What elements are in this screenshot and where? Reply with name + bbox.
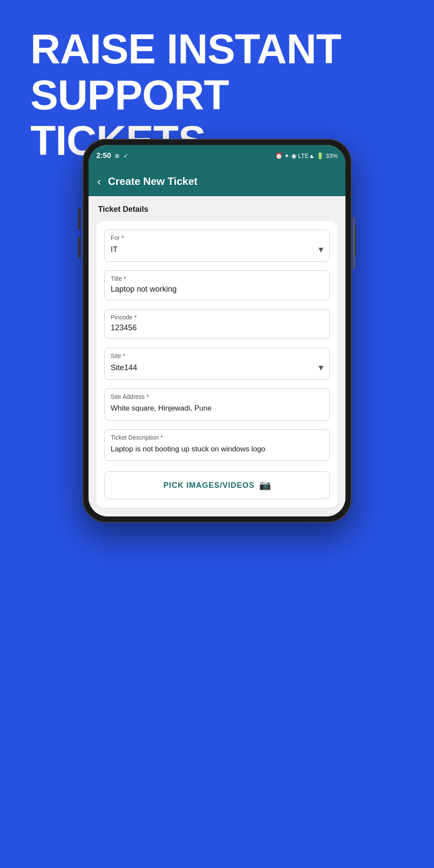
pick-media-label: PICK IMAGES/VIDEOS [163, 481, 254, 490]
phone-outer: 2:50 ⊕ ✓ ⏰ ✦ ◉ LTE▲ 🔋 33% ‹ Create New T… [82, 139, 352, 523]
camera-icon: 📷 [259, 480, 271, 491]
pincode-label: Pincode * [111, 314, 323, 321]
pincode-value: 123456 [111, 323, 137, 332]
site-field[interactable]: Site * Site144 ▾ [104, 348, 330, 380]
volume-down-button [78, 237, 81, 258]
site-address-value: White square, Hinjewadi, Pune [111, 404, 211, 412]
description-field[interactable]: Ticket Description * Laptop is not booti… [104, 429, 330, 461]
hero-title-line1: RAISE INSTANT [30, 26, 341, 72]
location-icon: ⊕ [115, 152, 120, 159]
app-bar: ‹ Create New Ticket [89, 167, 345, 196]
section-header: Ticket Details [96, 205, 338, 214]
volume-up-button [78, 208, 81, 230]
form-card: For * IT ▾ Title * Laptop not working Pi… [96, 221, 338, 508]
site-address-field[interactable]: Site Address * White square, Hinjewadi, … [104, 388, 330, 421]
for-label: For * [111, 234, 323, 241]
for-field[interactable]: For * IT ▾ [104, 230, 330, 262]
status-icons-right: ⏰ ✦ ◉ LTE▲ 🔋 33% [275, 152, 338, 159]
pincode-field[interactable]: Pincode * 123456 [104, 309, 330, 339]
for-value: IT [111, 245, 118, 254]
scrollbar[interactable] [353, 217, 355, 269]
site-label: Site * [111, 352, 323, 359]
back-button[interactable]: ‹ [97, 175, 101, 188]
description-label: Ticket Description * [111, 434, 323, 441]
description-value: Laptop is not booting up stuck on window… [111, 445, 265, 453]
content-area: Ticket Details For * IT ▾ Title * Laptop… [89, 196, 345, 516]
phone-screen: 2:50 ⊕ ✓ ⏰ ✦ ◉ LTE▲ 🔋 33% ‹ Create New T… [89, 145, 345, 516]
site-value: Site144 [111, 363, 137, 372]
for-dropdown[interactable]: IT ▾ [111, 244, 323, 255]
app-bar-title: Create New Ticket [108, 175, 197, 187]
chevron-down-icon-site: ▾ [319, 362, 323, 373]
status-left: 2:50 ⊕ ✓ [96, 151, 128, 160]
site-dropdown[interactable]: Site144 ▾ [111, 362, 323, 373]
title-field[interactable]: Title * Laptop not working [104, 270, 330, 300]
status-time: 2:50 [96, 151, 111, 160]
check-icon: ✓ [123, 152, 128, 159]
status-right: ⏰ ✦ ◉ LTE▲ 🔋 33% [275, 152, 338, 159]
pick-media-button[interactable]: PICK IMAGES/VIDEOS 📷 [104, 471, 330, 499]
phone-mockup: 2:50 ⊕ ✓ ⏰ ✦ ◉ LTE▲ 🔋 33% ‹ Create New T… [82, 139, 352, 523]
site-address-label: Site Address * [111, 393, 323, 400]
title-value: Laptop not working [111, 285, 177, 293]
chevron-down-icon: ▾ [319, 244, 323, 255]
title-label: Title * [111, 275, 323, 282]
status-bar: 2:50 ⊕ ✓ ⏰ ✦ ◉ LTE▲ 🔋 33% [89, 145, 345, 167]
